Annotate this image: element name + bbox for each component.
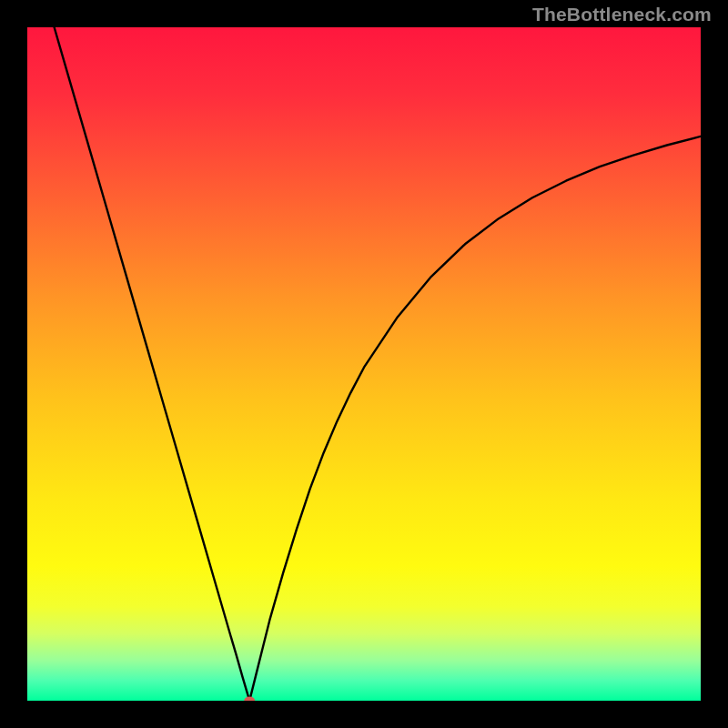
chart-plot bbox=[27, 27, 701, 701]
gradient-background bbox=[27, 27, 701, 701]
watermark: TheBottleneck.com bbox=[532, 4, 712, 25]
chart-frame: TheBottleneck.com bbox=[0, 0, 728, 728]
